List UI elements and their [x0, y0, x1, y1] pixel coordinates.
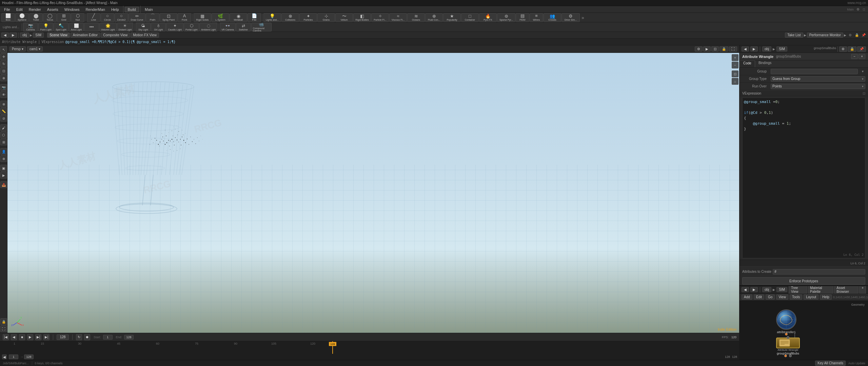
tool-circle2[interactable]: ○ Circle2: [115, 13, 128, 22]
tool-rigid-solids[interactable]: ▦ Rigid Solids: [194, 13, 211, 22]
nav-settings-icon[interactable]: ⚙: [847, 33, 853, 38]
tool-vellum[interactable]: 〜 Vellum: [335, 13, 353, 22]
tool-path[interactable]: ⌒ Path: [146, 13, 159, 22]
tl-play[interactable]: ▶: [27, 334, 33, 340]
menu-help[interactable]: Help: [108, 7, 122, 12]
tool-paint[interactable]: 🖌: [0, 124, 7, 131]
tool-caustic-light[interactable]: ✦ Caustic Light: [166, 23, 183, 32]
tool-snap[interactable]: ⊗: [0, 101, 7, 107]
tool-compound-camera[interactable]: 📹 Compound Camera: [251, 23, 272, 32]
menu-edit[interactable]: Edit: [14, 7, 25, 12]
ng-tool-add[interactable]: Add: [742, 294, 752, 300]
tool-pose[interactable]: 👤: [0, 148, 7, 155]
tool-particle-fl[interactable]: ✧ Particle FI...: [371, 13, 389, 22]
ng-tool-layout[interactable]: Layout: [804, 294, 818, 300]
tool-font[interactable]: A Font: [178, 13, 191, 22]
tool-transform[interactable]: ✛: [0, 53, 7, 60]
ng-tree-view[interactable]: Tree View: [789, 285, 807, 294]
tool-edit-geo[interactable]: ⬡: [0, 131, 7, 138]
enforce-prototypes-btn[interactable]: Enforce Prototypes: [742, 277, 865, 285]
vex-editor[interactable]: @group_small =0; if(@Cd > 0,1) { @group_…: [742, 98, 865, 258]
viewport-canvas[interactable]: 人人素材 RRCG 人人素材 RRCG X Y: [7, 53, 739, 333]
tool-visibility[interactable]: ⊘: [0, 115, 7, 122]
vp-snap-btn[interactable]: ⊡: [711, 46, 719, 52]
tool-volume-light[interactable]: 🌟 Volume Light: [99, 23, 116, 32]
tool-uv[interactable]: ⊞: [0, 139, 7, 145]
vp-home[interactable]: ⌂: [732, 78, 738, 85]
tool-spot-light[interactable]: 🔦 Spot Light: [54, 23, 68, 32]
vp-mode-btn[interactable]: Persp ▾: [9, 46, 26, 52]
ng-add-pane[interactable]: +: [859, 285, 866, 294]
tool-vp-camera[interactable]: 📷: [0, 84, 7, 91]
tool-spray[interactable]: ⊡ Spray Paint: [160, 13, 177, 22]
tool-sparse-pyr[interactable]: ⊚ Sparse Pyr...: [497, 13, 515, 22]
menu-assets[interactable]: Assets: [44, 7, 61, 12]
ng-tool-edit[interactable]: Edit: [754, 294, 764, 300]
tool-sky-light[interactable]: 🌤 Sky Light: [136, 23, 151, 32]
tool-grains[interactable]: ⊹ Grains: [317, 13, 335, 22]
nav-lock-icon[interactable]: 🔒: [854, 33, 860, 38]
timeline-track[interactable]: 1 15 30 45 60 75 90 105 120 128: [0, 341, 739, 354]
ng-material-palette[interactable]: Material Palette: [808, 285, 833, 294]
tool-flipbook[interactable]: ▶: [0, 172, 7, 179]
tool-light-dot[interactable]: •••: [84, 23, 99, 32]
ng-tool-help[interactable]: Help: [820, 294, 832, 300]
tool-point-light[interactable]: 💡 Point Light: [38, 23, 53, 32]
tool-drive-sim[interactable]: ⚙ Drive Sim...: [561, 13, 580, 22]
tool-fullscreen[interactable]: ⛶: [0, 325, 7, 332]
tool-measure[interactable]: 📏: [0, 108, 7, 115]
aw-collapse[interactable]: −: [851, 54, 858, 59]
menu-render[interactable]: Render: [26, 7, 44, 12]
ng-forward[interactable]: ▶: [750, 287, 758, 292]
menu-build[interactable]: Build: [125, 7, 139, 12]
tool-draw-curve[interactable]: ✏ Draw Curve: [129, 13, 145, 22]
ng-back[interactable]: ◀: [742, 287, 749, 292]
menu-main[interactable]: Main: [142, 7, 156, 12]
tool-render-region[interactable]: ▣: [0, 165, 7, 171]
tab-composite-view[interactable]: Composite View: [101, 33, 130, 38]
nav-obj[interactable]: obj: [20, 33, 29, 38]
vp-frame[interactable]: ⊡: [732, 70, 738, 77]
nav-performance-monitor[interactable]: Performance Monitor: [807, 33, 843, 38]
tool-handle[interactable]: ⊕: [0, 75, 7, 81]
tl-prev-key[interactable]: ◀: [2, 354, 7, 359]
tool-select[interactable]: ↖: [0, 46, 7, 53]
tl-end-input[interactable]: 128: [124, 335, 134, 340]
tool-tube[interactable]: ⬤ Tube: [29, 13, 43, 22]
tool-crowds[interactable]: 👥 Crowds: [544, 13, 561, 22]
tool-output[interactable]: 📤: [0, 181, 7, 188]
rp-forward[interactable]: ▶: [750, 46, 758, 52]
tool-lights[interactable]: 💡 Lights and...: [263, 13, 281, 22]
ng-tool-tools[interactable]: Tools: [790, 294, 802, 300]
tab-scene-view[interactable]: Scene View: [47, 33, 70, 38]
tool-wires[interactable]: ≡ Wires: [530, 13, 543, 22]
attrs-create-input[interactable]: #: [773, 269, 865, 274]
tl-goto-start[interactable]: |◀: [3, 334, 9, 340]
param-run-over-dropdown[interactable]: Points: [771, 84, 865, 89]
tl-next-frame[interactable]: ▶|: [35, 334, 41, 340]
tool-metaball[interactable]: ◉ Metaball: [230, 13, 247, 22]
tl-start-input[interactable]: 1: [103, 335, 113, 340]
nav-back[interactable]: ◀: [1, 33, 9, 38]
param-group-type-dropdown[interactable]: Guess from Group: [771, 76, 865, 82]
nav-sim[interactable]: SIM: [33, 33, 44, 38]
settings-icon[interactable]: ⚙: [855, 7, 861, 12]
vp-lock-btn[interactable]: 🔒: [719, 46, 728, 52]
tool-nut[interactable]: ⬡ Nut: [71, 13, 84, 22]
tool-ambient-light[interactable]: ◌ Ambient Light: [199, 23, 217, 32]
vp-zoom-out[interactable]: −: [732, 62, 738, 68]
tool-view[interactable]: 👁: [0, 91, 7, 98]
tool-oceans[interactable]: ≋ Oceans: [407, 13, 425, 22]
tool-container[interactable]: □ Container: [461, 13, 479, 22]
nav-pin-icon[interactable]: 📌: [861, 33, 867, 38]
tool-oil-light[interactable]: 🕯 Oil Light: [151, 23, 166, 32]
tab-animation-editor[interactable]: Animation Editor: [71, 33, 100, 38]
tool-line[interactable]: ╱ Line: [87, 13, 100, 22]
param-group-value[interactable]: [771, 69, 858, 74]
rp-back[interactable]: ◀: [742, 46, 749, 52]
rp-sim[interactable]: SIM: [776, 46, 787, 52]
tool-vr-camera[interactable]: 👓 VR Camera: [220, 23, 236, 32]
tool-area-light[interactable]: ⬜ Area Light: [69, 23, 84, 32]
tool-circle[interactable]: ○ Circle: [101, 13, 114, 22]
tl-frame-input[interactable]: 128: [57, 334, 69, 340]
